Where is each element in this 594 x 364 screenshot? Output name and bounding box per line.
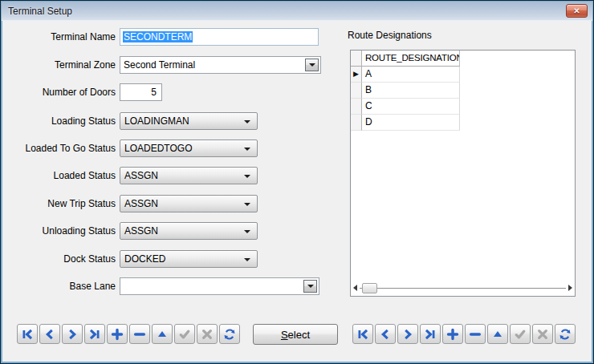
loaded-status-select[interactable]: ASSGN (120, 167, 258, 184)
chevron-down-icon (244, 230, 250, 233)
chevron-down-icon (244, 258, 250, 261)
scroll-left-icon[interactable] (353, 285, 357, 291)
nav-first-button[interactable] (17, 324, 38, 344)
unloading-status-select[interactable]: ASSGN (120, 222, 258, 240)
grid-header-row: ROUTE_DESIGNATION (351, 51, 460, 67)
title-bar[interactable]: Terminal Setup ✕ (2, 2, 592, 21)
next-icon (401, 328, 414, 341)
unloading-status-row: Unloading Status ASSGN (1, 222, 338, 240)
nav-cancel-button[interactable] (197, 324, 218, 344)
cancel-icon (536, 328, 549, 341)
route-designation-cell[interactable]: B (362, 83, 460, 99)
nav-prior-button[interactable] (375, 324, 396, 344)
nav-edit-button[interactable] (152, 324, 173, 344)
nav-edit-button[interactable] (487, 324, 508, 344)
nav-refresh-button[interactable] (555, 324, 576, 344)
nav-next-button[interactable] (62, 324, 83, 344)
scroll-right-icon[interactable] (568, 285, 572, 291)
dock-status-value: DOCKED (124, 251, 165, 267)
nav-insert-button[interactable] (442, 324, 463, 344)
route-designation-cell[interactable]: C (362, 99, 460, 115)
refresh-icon (223, 328, 236, 341)
row-selector-cell[interactable]: ▶ (351, 67, 362, 83)
prior-icon (379, 328, 392, 341)
number-of-doors-value: 5 (151, 87, 157, 98)
nav-first-button[interactable] (352, 324, 373, 344)
grid-row[interactable]: D (351, 115, 460, 131)
base-lane-select[interactable] (120, 277, 319, 295)
route-designations-title: Route Designations (348, 30, 432, 41)
scrollbar-thumb[interactable] (362, 283, 377, 293)
nav-post-button[interactable] (174, 324, 195, 344)
delete-icon (469, 328, 482, 341)
grid-corner-cell (351, 51, 362, 67)
nav-last-button[interactable] (84, 324, 105, 344)
grid-row[interactable]: B (351, 83, 460, 99)
nav-prior-button[interactable] (39, 324, 60, 344)
loaded-status-label: Loaded Status (1, 167, 116, 184)
loaded-status-value: ASSGN (124, 168, 158, 184)
nav-post-button[interactable] (510, 324, 531, 344)
nav-cancel-button[interactable] (532, 324, 553, 344)
loaded-to-go-status-row: Loaded To Go Status LOADEDTOGO (1, 140, 338, 157)
edit-icon (491, 328, 504, 341)
terminal-zone-value: Second Terminal (124, 57, 195, 73)
delete-icon (133, 328, 146, 341)
terminal-zone-select[interactable]: Second Terminal (120, 56, 321, 74)
grid-row[interactable]: C (351, 99, 460, 115)
nav-refresh-button[interactable] (219, 324, 240, 344)
window-title: Terminal Setup (8, 2, 72, 21)
dock-status-select[interactable]: DOCKED (120, 250, 258, 268)
terminal-zone-row: Terminal Zone Second Terminal (1, 56, 338, 74)
next-icon (66, 328, 79, 341)
terminal-zone-dropdown-button[interactable] (305, 59, 319, 71)
loading-status-label: Loading Status (1, 112, 116, 130)
close-button[interactable]: ✕ (566, 4, 588, 18)
scrollbar-track[interactable] (360, 288, 566, 289)
loaded-to-go-status-select[interactable]: LOADEDTOGO (120, 140, 258, 157)
terminal-zone-label: Terminal Zone (1, 56, 116, 74)
row-selector-cell[interactable] (351, 99, 362, 115)
nav-insert-button[interactable] (107, 324, 128, 344)
chevron-down-icon (309, 63, 315, 67)
loading-status-row: Loading Status LOADINGMAN (1, 112, 338, 130)
first-icon (21, 328, 34, 341)
column-header-route-designation[interactable]: ROUTE_DESIGNATION (362, 51, 460, 67)
loaded-to-go-status-label: Loaded To Go Status (1, 140, 116, 157)
route-designations-grid[interactable]: ROUTE_DESIGNATION ▶ A B (350, 50, 576, 297)
select-button[interactable]: Select (253, 324, 338, 345)
new-trip-status-value: ASSGN (124, 196, 158, 212)
terminal-name-input[interactable]: SECONDTERM (120, 28, 319, 46)
row-selector-cell[interactable] (351, 83, 362, 99)
new-trip-status-row: New Trip Status ASSGN (1, 195, 338, 212)
number-of-doors-row: Number of Doors 5 (1, 83, 338, 101)
chevron-down-icon (244, 175, 250, 178)
nav-delete-button[interactable] (129, 324, 150, 344)
grid-row[interactable]: ▶ A (351, 67, 460, 83)
select-button-label: elect (288, 329, 310, 341)
terminal-setup-window: Terminal Setup ✕ Terminal Name SECONDTER… (0, 0, 594, 364)
row-selector-cell[interactable] (351, 115, 362, 131)
unloading-status-label: Unloading Status (1, 222, 116, 240)
loading-status-value: LOADINGMAN (124, 113, 189, 129)
horizontal-scrollbar[interactable] (352, 282, 573, 294)
base-lane-dropdown-button[interactable] (303, 280, 317, 293)
grid-navigator (352, 324, 576, 344)
base-lane-row: Base Lane (1, 277, 338, 295)
route-designation-cell[interactable]: A (362, 67, 460, 83)
route-designation-cell[interactable]: D (362, 115, 460, 131)
nav-delete-button[interactable] (465, 324, 486, 344)
number-of-doors-input[interactable]: 5 (120, 83, 162, 101)
first-icon (356, 328, 369, 341)
nav-last-button[interactable] (420, 324, 441, 344)
new-trip-status-select[interactable]: ASSGN (120, 195, 258, 212)
number-of-doors-label: Number of Doors (1, 83, 116, 101)
form-navigator (17, 324, 240, 344)
nav-next-button[interactable] (397, 324, 418, 344)
loading-status-select[interactable]: LOADINGMAN (120, 112, 258, 130)
insert-icon (446, 328, 459, 341)
chevron-down-icon (307, 285, 314, 288)
post-icon (514, 328, 527, 341)
terminal-name-row: Terminal Name SECONDTERM (1, 28, 338, 46)
close-icon: ✕ (573, 7, 580, 15)
